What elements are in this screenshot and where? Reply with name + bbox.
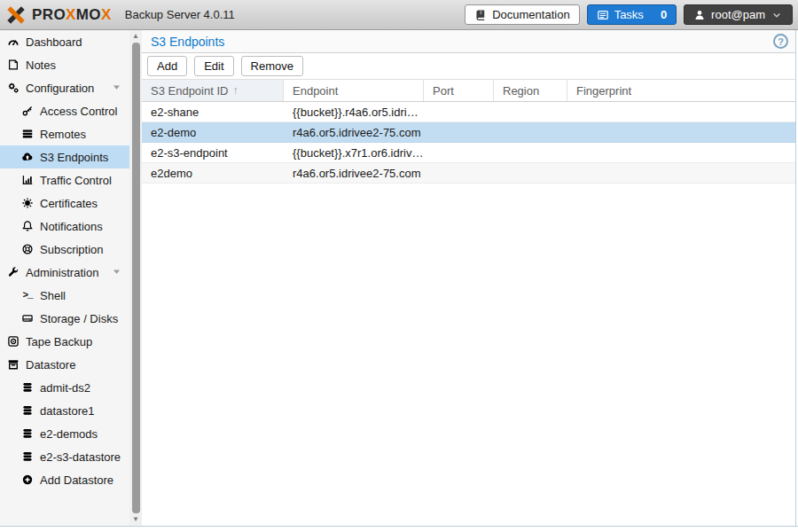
documentation-button-label: Documentation — [492, 8, 569, 21]
database-icon — [21, 450, 34, 463]
s3-endpoints-panel: S3 Endpoints ? Add Edit Remove S3 Endpoi… — [142, 30, 796, 526]
sidebar-item-label: Access Control — [40, 105, 117, 118]
product-version-label: Backup Server 4.0.11 — [125, 8, 235, 21]
key-icon — [21, 105, 34, 117]
collapse-arrow-icon[interactable] — [111, 82, 122, 93]
sidebar-item-label: Dashboard — [26, 35, 82, 49]
user-menu-button[interactable]: root@pam — [684, 4, 793, 25]
question-circle-icon[interactable]: ? — [773, 34, 788, 49]
database-icon — [21, 404, 34, 417]
sidebar-item-traffic-control[interactable]: Traffic Control — [0, 168, 129, 192]
column-header-label: Endpoint — [293, 84, 338, 98]
remove-button[interactable]: Remove — [241, 56, 303, 76]
table-row-e2demo[interactable]: e2demor4a6.or5.idrivee2-75.com — [142, 163, 795, 184]
user-icon — [693, 9, 706, 21]
sidebar-item-notes[interactable]: Notes — [0, 53, 129, 76]
sidebar-item-tape-backup[interactable]: Tape Backup — [0, 330, 129, 353]
sidebar-item-s3-endpoints[interactable]: S3 Endpoints — [0, 145, 129, 168]
sidebar-item-e2-s3-datastore[interactable]: e2-s3-datastore — [0, 445, 129, 468]
scroll-up-arrow-icon[interactable]: ▲ — [132, 31, 139, 42]
sidebar-item-label: Traffic Control — [40, 174, 112, 187]
sidebar-item-label: e2-demods — [40, 427, 98, 441]
chevron-down-icon — [771, 9, 783, 21]
column-header-label: S3 Endpoint ID — [151, 84, 228, 98]
sidebar-item-label: Subscription — [40, 243, 104, 256]
sidebar-item-label: Storage / Disks — [40, 312, 118, 325]
proxmox-x-logo-icon — [5, 4, 27, 26]
sidebar-item-label: admit-ds2 — [40, 381, 90, 395]
edit-button[interactable]: Edit — [194, 56, 233, 76]
sidebar-item-label: Notes — [26, 59, 56, 72]
column-header-label: Fingerprint — [576, 84, 631, 98]
column-header-s3-endpoint-id[interactable]: S3 Endpoint ID↑ — [142, 80, 284, 101]
sidebar-item-certificates[interactable]: Certificates — [0, 192, 129, 215]
bottom-border-strip — [0, 526, 798, 532]
sidebar-item-label: S3 Endpoints — [40, 151, 108, 164]
sidebar-item-label: Shell — [40, 289, 66, 302]
panel-title: S3 Endpoints — [151, 35, 224, 49]
sidebar-item-admit-ds2[interactable]: admit-ds2 — [0, 376, 129, 399]
sidebar-item-add-datastore[interactable]: Add Datastore — [0, 468, 129, 491]
scroll-down-arrow-icon[interactable]: ▼ — [132, 514, 139, 525]
sidebar-item-label: e2-s3-datastore — [40, 450, 121, 464]
grid-header-row: S3 Endpoint ID↑EndpointPortRegionFingerp… — [142, 80, 795, 102]
wordmark-segment: PRO — [32, 6, 66, 24]
sidebar-item-label: Add Datastore — [40, 473, 113, 487]
database-icon — [21, 381, 34, 394]
database-icon — [21, 427, 34, 440]
cell-id: e2-shane — [142, 106, 284, 119]
cell-endpoint: {{bucket}}.x7r1.or6.idrivee2-… — [284, 146, 424, 160]
wordmark-segment: X — [66, 6, 76, 24]
sidebar-item-remotes[interactable]: Remotes — [0, 122, 129, 145]
dashboard-icon — [7, 35, 20, 48]
table-row-e2-s3-endpoint[interactable]: e2-s3-endpoint{{bucket}}.x7r1.or6.idrive… — [142, 143, 795, 163]
documentation-button[interactable]: Documentation — [465, 4, 579, 25]
tasks-button-label: Tasks — [614, 8, 644, 21]
traffic-chart-icon — [21, 174, 34, 186]
column-header-port[interactable]: Port — [424, 80, 494, 101]
sort-asc-arrow-icon: ↑ — [232, 84, 238, 97]
sidebar-item-datastore[interactable]: Datastore — [0, 353, 129, 376]
column-header-label: Region — [503, 84, 539, 98]
book-icon — [474, 9, 487, 21]
sidebar-item-shell[interactable]: >_Shell — [0, 284, 129, 307]
sidebar-item-storage-disks[interactable]: Storage / Disks — [0, 307, 129, 330]
sidebar-item-e2-demods[interactable]: e2-demods — [0, 422, 129, 445]
wordmark-segment: X — [101, 6, 112, 24]
panel-titlebar: S3 Endpoints ? — [142, 30, 795, 53]
cell-endpoint: {{bucket}}.r4a6.or5.idrivee2-… — [284, 106, 424, 119]
cell-endpoint: r4a6.or5.idrivee2-75.com — [284, 126, 424, 139]
table-row-e2-demo[interactable]: e2-demor4a6.or5.idrivee2-75.com — [142, 122, 795, 143]
sidebar-item-dashboard[interactable]: Dashboard — [0, 30, 129, 53]
scrollbar-thumb[interactable] — [132, 43, 140, 513]
cloud-upload-icon — [21, 151, 34, 163]
sidebar-item-notifications[interactable]: Notifications — [0, 215, 129, 238]
sidebar-item-subscription[interactable]: Subscription — [0, 238, 129, 261]
sidebar-item-label: Administration — [26, 266, 98, 279]
sidebar-item-label: Notifications — [40, 220, 103, 233]
sidebar-item-label: Datastore — [26, 358, 75, 372]
column-header-region[interactable]: Region — [494, 80, 567, 101]
grid-body: e2-shane{{bucket}}.r4a6.or5.idrivee2-…e2… — [142, 102, 795, 526]
task-list-icon — [597, 9, 609, 21]
cell-id: e2-s3-endpoint — [142, 146, 284, 160]
collapse-arrow-icon[interactable] — [111, 266, 122, 278]
proxmox-brand: PROXMOX Backup Server 4.0.11 — [5, 4, 235, 26]
sidebar-item-configuration[interactable]: Configuration — [0, 76, 129, 99]
sidebar-item-datastore1[interactable]: datastore1 — [0, 399, 129, 422]
tape-icon — [7, 335, 20, 348]
sidebar-item-access-control[interactable]: Access Control — [0, 99, 129, 122]
lifering-icon — [21, 243, 34, 255]
proxmox-wordmark: PROXMOX — [32, 6, 112, 24]
column-header-fingerprint[interactable]: Fingerprint — [567, 80, 795, 101]
table-row-e2-shane[interactable]: e2-shane{{bucket}}.r4a6.or5.idrivee2-… — [142, 102, 795, 122]
column-header-endpoint[interactable]: Endpoint — [284, 80, 424, 101]
sidebar-item-label: Configuration — [26, 82, 94, 95]
content-region: DashboardNotesConfigurationAccess Contro… — [0, 30, 798, 526]
sidebar-item-administration[interactable]: Administration — [0, 261, 129, 284]
wrench-icon — [7, 266, 20, 278]
note-icon — [7, 59, 20, 71]
sidebar-scrollbar[interactable]: ▲ ▼ — [129, 30, 142, 526]
add-button[interactable]: Add — [147, 56, 187, 76]
tasks-button[interactable]: Tasks 0 — [587, 4, 677, 25]
